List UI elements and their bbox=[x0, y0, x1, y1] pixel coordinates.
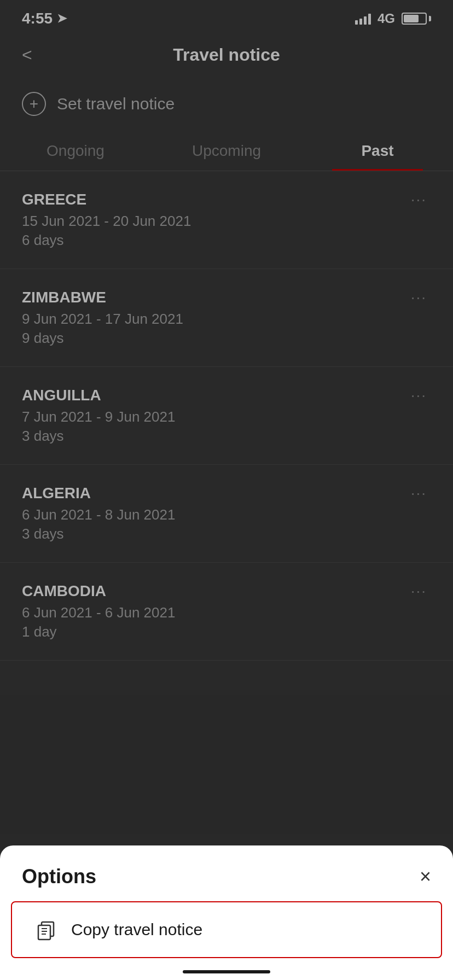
bottom-sheet-overlay[interactable] bbox=[0, 0, 453, 980]
svg-rect-1 bbox=[38, 925, 50, 940]
options-bottom-sheet: Options × Copy travel notice bbox=[0, 845, 453, 980]
home-indicator bbox=[183, 970, 270, 973]
bottom-sheet-header: Options × bbox=[0, 845, 453, 901]
copy-travel-notice-label: Copy travel notice bbox=[71, 920, 202, 939]
bottom-sheet-title: Options bbox=[22, 865, 96, 888]
close-button[interactable]: × bbox=[420, 865, 431, 888]
copy-travel-notice-button[interactable]: Copy travel notice bbox=[11, 901, 442, 958]
copy-icon bbox=[34, 918, 58, 942]
